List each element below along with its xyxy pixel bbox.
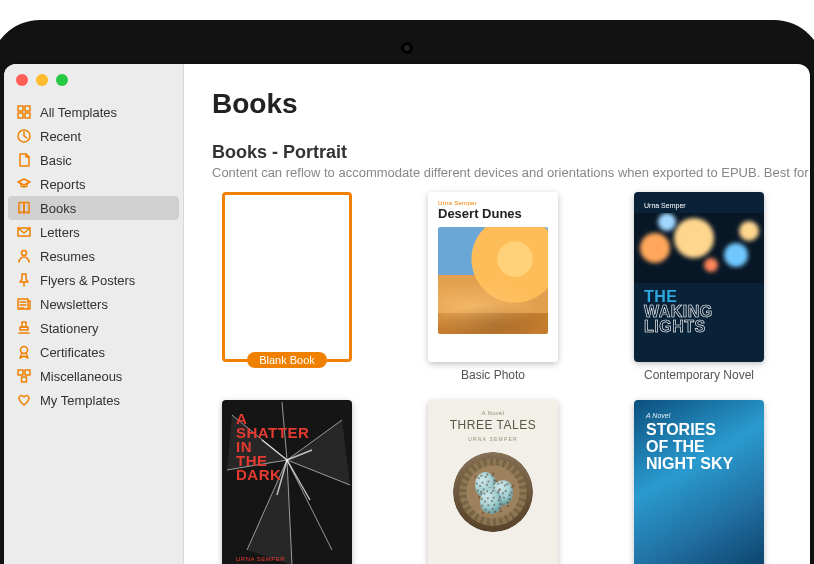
template-label: Contemporary Novel — [644, 368, 754, 382]
thumb-author: Urna Semper — [428, 192, 558, 206]
sidebar-item-label: Reports — [40, 177, 86, 192]
sidebar-item-label: Newsletters — [40, 297, 108, 312]
svg-rect-0 — [18, 106, 23, 111]
person-icon — [16, 248, 32, 264]
svg-point-6 — [22, 251, 27, 256]
thumb-author: URNA SEMPER — [236, 556, 285, 562]
sidebar-item-newsletters[interactable]: Newsletters — [4, 292, 183, 316]
close-dot-icon[interactable] — [16, 74, 28, 86]
bokeh-image — [634, 213, 764, 283]
sidebar-item-certificates[interactable]: Certificates — [4, 340, 183, 364]
sidebar-item-label: Flyers & Posters — [40, 273, 135, 288]
book-icon — [16, 200, 32, 216]
news-icon — [16, 296, 32, 312]
thumb-subtitle: A Novel — [482, 410, 505, 416]
sidebar-item-my-templates[interactable]: My Templates — [4, 388, 183, 412]
page-title: Books — [212, 88, 782, 120]
sidebar-item-recent[interactable]: Recent — [4, 124, 183, 148]
stamp-icon — [16, 320, 32, 336]
thumb-title: Desert Dunes — [428, 206, 558, 227]
thumb-subtitle: A Novel — [646, 412, 752, 419]
sidebar-item-letters[interactable]: Letters — [4, 220, 183, 244]
thumb-author: URNA SEMPER — [468, 436, 518, 442]
svg-rect-11 — [22, 377, 27, 382]
window-controls — [4, 64, 183, 96]
template-contemporary-novel[interactable]: Urna Semper THEWAKINGLIGHTS Contemporary… — [624, 192, 774, 382]
sidebar: All TemplatesRecentBasicReportsBooksLett… — [4, 64, 184, 564]
template-basic-photo[interactable]: Urna Semper Desert Dunes Basic Photo — [418, 192, 568, 382]
minimize-dot-icon[interactable] — [36, 74, 48, 86]
template-thumb-three-tales: A Novel THREE TALES URNA SEMPER — [428, 400, 558, 564]
section-title: Books - Portrait — [212, 142, 782, 163]
sidebar-item-label: Certificates — [40, 345, 105, 360]
sidebar-item-resumes[interactable]: Resumes — [4, 244, 183, 268]
sidebar-item-label: Letters — [40, 225, 80, 240]
sidebar-item-label: Books — [40, 201, 76, 216]
sidebar-item-label: Resumes — [40, 249, 95, 264]
thumb-title: THREE TALES — [450, 418, 536, 432]
sidebar-item-all-templates[interactable]: All Templates — [4, 100, 183, 124]
svg-rect-9 — [18, 370, 23, 375]
template-label: Basic Photo — [461, 368, 525, 382]
template-blank-book[interactable]: Blank Book — [212, 192, 362, 382]
svg-rect-2 — [18, 113, 23, 118]
sidebar-item-label: Basic — [40, 153, 72, 168]
main-panel: Books Books - Portrait Content can reflo… — [184, 64, 810, 564]
sidebar-item-stationery[interactable]: Stationery — [4, 316, 183, 340]
template-night-sky[interactable]: A Novel STORIES OF THE NIGHT SKY — [624, 400, 774, 564]
zoom-dot-icon[interactable] — [56, 74, 68, 86]
heart-icon — [16, 392, 32, 408]
sidebar-item-label: My Templates — [40, 393, 120, 408]
device-frame: All TemplatesRecentBasicReportsBooksLett… — [0, 20, 814, 564]
envelope-icon — [16, 224, 32, 240]
thumb-title: THEWAKINGLIGHTS — [634, 283, 764, 334]
camera-notch — [401, 42, 413, 54]
thumb-title: STORIES OF THE NIGHT SKY — [646, 421, 752, 472]
desert-image — [438, 227, 548, 334]
template-thumb-night-sky: A Novel STORIES OF THE NIGHT SKY — [634, 400, 764, 564]
template-label: Blank Book — [247, 352, 327, 368]
sidebar-item-books[interactable]: Books — [8, 196, 179, 220]
section-description: Content can reflow to accommodate differ… — [212, 165, 782, 180]
app-window: All TemplatesRecentBasicReportsBooksLett… — [4, 64, 810, 564]
clock-icon — [16, 128, 32, 144]
boxes-icon — [16, 368, 32, 384]
thumb-author: Urna Semper — [634, 192, 764, 213]
grid-icon — [16, 104, 32, 120]
thumb-title: A SHATTER IN THE DARK — [222, 400, 352, 482]
sidebar-item-label: Stationery — [40, 321, 99, 336]
sidebar-item-flyers-posters[interactable]: Flyers & Posters — [4, 268, 183, 292]
template-grid: Blank Book Urna Semper Desert Dunes Basi… — [212, 192, 782, 564]
template-thumb-blank — [222, 192, 352, 362]
pin-icon — [16, 272, 32, 288]
svg-rect-1 — [25, 106, 30, 111]
svg-rect-3 — [25, 113, 30, 118]
svg-rect-10 — [25, 370, 30, 375]
template-thumb-shatter: A SHATTER IN THE DARK URNA SEMPER — [222, 400, 352, 564]
nest-image — [453, 452, 533, 532]
sidebar-item-miscellaneous[interactable]: Miscellaneous — [4, 364, 183, 388]
template-thumb-basic-photo: Urna Semper Desert Dunes — [428, 192, 558, 362]
template-shatter[interactable]: A SHATTER IN THE DARK URNA SEMPER — [212, 400, 362, 564]
ribbon-icon — [16, 344, 32, 360]
sidebar-item-label: Miscellaneous — [40, 369, 122, 384]
sidebar-list: All TemplatesRecentBasicReportsBooksLett… — [4, 96, 183, 416]
sidebar-item-reports[interactable]: Reports — [4, 172, 183, 196]
template-thumb-contemporary-novel: Urna Semper THEWAKINGLIGHTS — [634, 192, 764, 362]
sidebar-item-label: All Templates — [40, 105, 117, 120]
template-three-tales[interactable]: A Novel THREE TALES URNA SEMPER — [418, 400, 568, 564]
page-icon — [16, 152, 32, 168]
sidebar-item-basic[interactable]: Basic — [4, 148, 183, 172]
gradcap-icon — [16, 176, 32, 192]
sidebar-item-label: Recent — [40, 129, 81, 144]
